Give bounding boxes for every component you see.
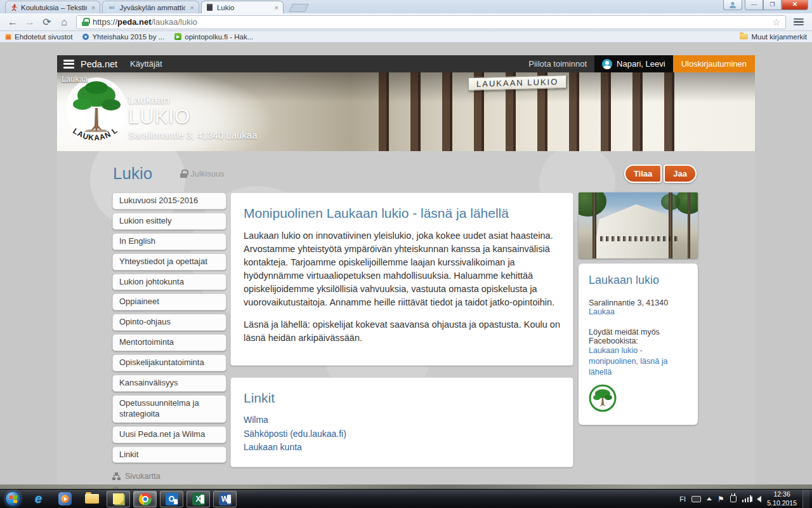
taskbar-ie-button[interactable]: e — [27, 491, 50, 507]
profile-button[interactable] — [723, 0, 742, 10]
forward-icon[interactable]: → — [22, 15, 37, 29]
power-plug-icon[interactable] — [730, 495, 737, 502]
tab-close-icon[interactable]: × — [190, 4, 193, 11]
search-link[interactable]: Haku — [112, 486, 226, 489]
clock-date: 5.10.2015 — [767, 499, 797, 507]
runner-favicon-icon — [10, 4, 18, 11]
url-domain: peda.net — [117, 17, 151, 27]
bookmark-opintopolku[interactable]: ▶ opintopolku.fi - Hak... — [174, 33, 253, 41]
sidebar-item-in-english[interactable]: In English — [112, 233, 226, 250]
article-heading: Monipuolinen Laukaan lukio - läsnä ja lä… — [244, 206, 560, 221]
page-title-bar: Lukio Julkisuus Tilaa Jaa — [57, 159, 755, 192]
tab-title: Lukio — [217, 4, 270, 11]
taskbar-clock[interactable]: 12:36 5.10.2015 — [767, 490, 797, 507]
taskbar-outlook-button[interactable]: O — [160, 491, 183, 507]
sidebar-item-linkit[interactable]: Linkit — [112, 446, 226, 464]
bookmark-label: opintopolku.fi - Hak... — [185, 33, 253, 41]
home-icon[interactable]: ⌂ — [56, 15, 72, 29]
subscribe-button[interactable]: Tilaa — [624, 164, 662, 183]
link-laukaan-kunta[interactable]: Laukaan kunta — [244, 441, 560, 454]
info-address-link[interactable]: Laukaa — [589, 307, 615, 316]
logout-button[interactable]: Uloskirjautuminen — [673, 55, 755, 72]
sidebar-item-opiskelijakunta[interactable]: Opiskelijakuntatoiminta — [112, 354, 226, 371]
bookmark-yhteishaku[interactable]: Yhteishaku 2015 by ... — [82, 33, 164, 41]
hide-actions-link[interactable]: Piilota toiminnot — [521, 55, 594, 72]
tab-koulutuksia[interactable]: Koulutuksia – Tekstimerk × — [5, 1, 100, 13]
tab-title: Koulutuksia – Tekstimerk — [21, 4, 87, 11]
user-name: Napari, Leevi — [617, 59, 665, 69]
school-title-block: Laukaan LUKIO Saralinnantie 3, 41340 Lau… — [128, 94, 258, 140]
school-photo[interactable] — [579, 192, 698, 258]
breadcrumb[interactable]: Laukaa — [62, 75, 88, 84]
facebook-link[interactable]: Laukaan lukio - monipuolinen, läsnä ja l… — [589, 345, 688, 378]
taskbar-stickynotes-button[interactable] — [107, 491, 130, 507]
bookmark-star-icon[interactable]: ☆ — [772, 17, 780, 27]
link-sahkoposti[interactable]: Sähköposti (edu.laukaa.fi) — [244, 428, 560, 441]
sidebar-item-yhteystiedot[interactable]: Yhteystiedot ja opettajat — [112, 253, 226, 271]
browser-tabstrip: Koulutuksia – Tekstimerk × ao Jyväskylän… — [0, 0, 812, 13]
hamburger-menu-icon[interactable] — [57, 55, 81, 72]
article-card: Monipuolinen Laukaan lukio - läsnä ja lä… — [230, 192, 573, 366]
keyboard-icon[interactable] — [691, 496, 701, 502]
sticky-notes-icon — [113, 493, 124, 504]
other-bookmarks[interactable]: Muut kirjanmerkit — [740, 33, 807, 41]
sidebar-item-johtokunta[interactable]: Lukion johtokunta — [112, 274, 226, 291]
tab-close-icon[interactable]: × — [91, 4, 95, 11]
sitemap-link[interactable]: Sivukartta — [112, 472, 226, 481]
user-chip[interactable]: Napari, Leevi — [594, 55, 673, 72]
bookmark-label: Yhteishaku 2015 by ... — [92, 33, 164, 41]
links-card: Linkit Wilma Sähköposti (edu.laukaa.fi) … — [230, 377, 573, 467]
school-address: Saralinnantie 3, 41340 Laukaa — [128, 130, 258, 140]
tab-lukio-active[interactable]: Lukio × — [201, 1, 284, 13]
school-name-small: Laukaan — [128, 94, 258, 107]
page-content: Lukio Julkisuus Tilaa Jaa Lukuvuosi 2015… — [57, 151, 755, 489]
school-tree-logo: LAUKAAN LUKIO — [65, 76, 128, 150]
excel-icon: X — [192, 493, 205, 505]
address-bar[interactable]: https://peda.net/laukaa/lukio ☆ — [76, 15, 786, 29]
tab-ammattiopisto[interactable]: ao Jyväskylän ammattiopisto × — [102, 1, 199, 13]
start-button[interactable] — [2, 490, 23, 508]
school-info-card: Laukaan lukio Saralinnantie 3, 41340 Lau… — [579, 264, 698, 425]
volume-icon[interactable] — [757, 496, 761, 502]
chrome-icon — [139, 493, 152, 505]
school-name-large: LUKIO — [128, 107, 258, 128]
sidebar-item-lukuvuosi[interactable]: Lukuvuosi 2015-2016 — [112, 192, 226, 210]
pedanet-brand-link[interactable]: Peda.net — [81, 55, 117, 72]
taskbar-chrome-button[interactable] — [133, 491, 157, 507]
users-nav-link[interactable]: Käyttäjät — [130, 55, 162, 72]
back-icon[interactable]: ← — [5, 15, 20, 29]
taskbar-excel-button[interactable]: X — [187, 491, 210, 507]
chrome-menu-icon[interactable] — [790, 15, 807, 29]
taskbar-explorer-button[interactable] — [80, 491, 103, 507]
taskbar-mediaplayer-button[interactable] — [53, 491, 77, 507]
close-button[interactable]: ✕ — [782, 0, 808, 10]
sidebar-item-oppiaineet[interactable]: Oppiaineet — [112, 293, 226, 311]
action-center-flag-icon[interactable]: ⚑ — [717, 495, 724, 504]
restore-button[interactable]: ❐ — [763, 0, 782, 10]
sidebar-item-opinto-ohjaus[interactable]: Opinto-ohjaus — [112, 314, 226, 331]
minimize-button[interactable]: — — [745, 0, 763, 10]
sidebar-item-uusi-pedanet[interactable]: Uusi Peda.net ja Wilma — [112, 426, 226, 443]
tab-close-icon[interactable]: × — [274, 4, 278, 11]
share-button[interactable]: Jaa — [664, 164, 697, 183]
sitemap-label: Sivukartta — [125, 472, 160, 481]
reload-icon[interactable]: ⟳ — [39, 15, 55, 29]
language-indicator[interactable]: FI — [679, 495, 686, 503]
windows-logo-icon — [9, 495, 17, 503]
https-lock-icon — [82, 18, 89, 26]
taskbar-word-button[interactable]: W — [213, 491, 237, 507]
building-sign: LAUKAAN LUKIO — [468, 75, 566, 91]
ie-icon: e — [35, 491, 42, 506]
hidden-icons-arrow[interactable] — [707, 497, 712, 500]
browser-toolbar: ← → ⟳ ⌂ https://peda.net/laukaa/lukio ☆ — [0, 13, 812, 31]
show-desktop-button[interactable] — [802, 490, 809, 508]
sidebar-item-esittely[interactable]: Lukion esittely — [112, 213, 226, 230]
new-tab-button[interactable] — [289, 4, 309, 12]
sidebar-item-mentortoiminta[interactable]: Mentortoiminta — [112, 334, 226, 351]
sidebar-item-kansainvalisyys[interactable]: Kansainvälisyys — [112, 375, 226, 392]
visibility-badge[interactable]: Julkisuus — [180, 169, 224, 178]
folder-icon — [740, 34, 748, 39]
link-wilma[interactable]: Wilma — [244, 414, 560, 427]
bookmark-ehdotetut[interactable]: Ehdotetut sivustot — [5, 33, 72, 41]
sidebar-item-opetussuunnitelma[interactable]: Opetussuunnitelma ja strategioita — [112, 395, 226, 423]
